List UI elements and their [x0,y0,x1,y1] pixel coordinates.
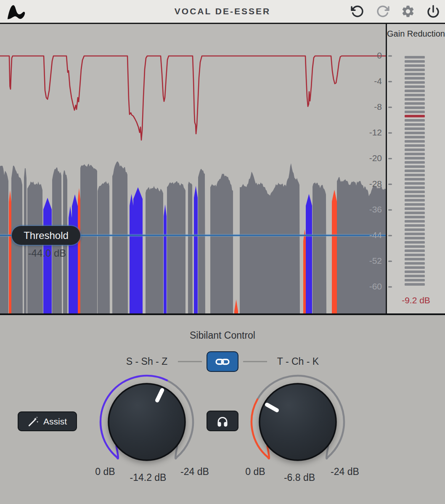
knob-s-value: -14.2 dB [123,472,173,483]
redo-button[interactable] [375,4,390,19]
magic-wand-icon [28,416,39,427]
titlebar: VOCAL DE-ESSER [0,0,445,24]
display-bottom-border [0,313,445,315]
gain-reduction-meter: Gain Reduction -9.2 dB [387,24,445,313]
vocal-de-esser-window: VOCAL DE-ESSER [0,0,445,504]
assist-label: Assist [43,416,67,427]
threshold-value: -44.0 dB [22,247,72,259]
knob-s-sh-z[interactable] [96,371,197,472]
meter-divider [386,24,387,313]
power-button[interactable] [426,4,441,19]
power-icon [426,5,440,18]
monitor-sibilants-button[interactable] [207,411,238,431]
knob-s-max-label: -24 dB [174,466,216,477]
waveform-display [0,24,386,313]
threshold-label: Threshold [24,230,69,241]
knob-t-ch-k[interactable] [247,371,348,472]
meter-readout: -9.2 dB [387,295,445,305]
threshold-handle[interactable]: Threshold [12,226,80,245]
undo-button[interactable] [350,4,365,19]
waveform-plot [0,24,386,313]
link-icon [215,357,230,367]
band-label-s: S - Sh - Z [119,356,175,367]
knob-t-min-label: 0 dB [234,466,276,477]
section-heading: Sibilant Control [0,330,445,341]
assist-button[interactable]: Assist [18,411,77,431]
knob-t-max-label: -24 dB [324,466,366,477]
titlebar-buttons [350,0,441,23]
knob-t-value: -6.8 dB [274,472,325,483]
redo-icon [376,5,389,18]
undo-icon [351,5,364,18]
link-connector-left [178,361,202,362]
link-bands-button[interactable] [207,351,238,372]
link-connector-right [243,361,267,362]
knob-s-min-label: 0 dB [84,466,126,477]
gear-icon [401,4,415,19]
meter-stripes [387,24,445,313]
headphones-icon [216,415,229,427]
settings-button[interactable] [400,4,416,19]
band-label-t: T - Ch - K [271,356,325,367]
